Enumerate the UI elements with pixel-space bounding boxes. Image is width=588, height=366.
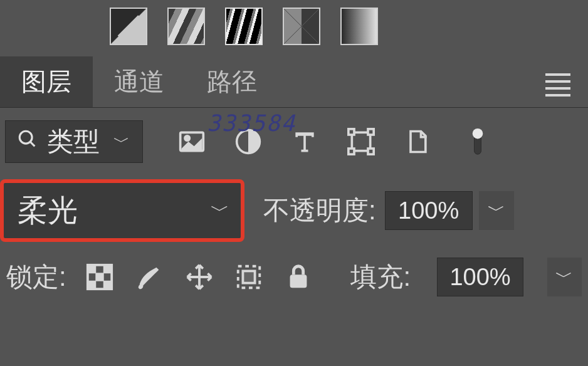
fill-chevron-button[interactable]: ﹀ (547, 258, 582, 296)
svg-line-1 (30, 142, 34, 146)
svg-rect-14 (103, 265, 112, 273)
gradient-preset-noise-icon[interactable] (225, 8, 263, 45)
chevron-down-icon: ﹀ (211, 198, 229, 224)
svg-rect-8 (349, 149, 354, 154)
gradient-preset-denied-icon[interactable] (110, 8, 147, 45)
tab-layers[interactable]: 图层 (0, 56, 93, 107)
gradient-preset-stripes-icon[interactable] (167, 8, 205, 45)
lock-row: 锁定: 填充: 100% (0, 246, 588, 308)
opacity-label: 不透明度: (263, 193, 376, 228)
fill-label: 填充: (350, 259, 411, 295)
svg-rect-15 (96, 273, 104, 281)
lock-label: 锁定: (6, 259, 66, 295)
blend-mode-dropdown[interactable]: 柔光 ﹀ (0, 179, 244, 242)
svg-rect-9 (368, 149, 374, 154)
chevron-down-icon: ﹀ (113, 131, 130, 153)
lock-position-move-icon[interactable] (183, 261, 215, 293)
blend-mode-row: 柔光 ﹀ 不透明度: 100% ﹀ (0, 175, 588, 246)
svg-point-3 (185, 136, 189, 140)
opacity-input[interactable]: 100% (385, 191, 473, 230)
filter-pixel-icon[interactable] (177, 127, 207, 157)
svg-rect-19 (243, 271, 255, 283)
fill-input[interactable]: 100% (437, 258, 523, 296)
filter-smartobject-icon[interactable] (402, 127, 433, 157)
filter-kind-dropdown[interactable]: 类型 ﹀ (5, 120, 143, 163)
filter-type-icons (177, 127, 496, 157)
gradient-toolbar (0, 0, 588, 56)
tab-paths[interactable]: 路径 (186, 56, 278, 107)
svg-point-11 (473, 128, 483, 139)
panel-tabs: 图层 通道 路径 (0, 56, 588, 108)
search-icon (17, 128, 38, 155)
svg-point-0 (19, 131, 32, 144)
gradient-preset-linear-icon[interactable] (340, 8, 378, 45)
panel-menu-icon[interactable] (545, 73, 570, 91)
svg-rect-16 (88, 281, 96, 289)
lock-transparency-icon[interactable] (84, 261, 116, 293)
svg-rect-20 (290, 274, 307, 288)
tab-channels[interactable]: 通道 (93, 56, 186, 107)
filter-adjustment-icon[interactable] (233, 127, 263, 157)
filter-type-text-icon[interactable] (290, 127, 320, 157)
filter-toggle-switch[interactable] (459, 127, 496, 157)
svg-rect-17 (103, 281, 112, 289)
filter-shape-icon[interactable] (346, 127, 376, 157)
svg-rect-6 (349, 129, 354, 135)
opacity-chevron-button[interactable]: ﹀ (479, 191, 514, 230)
lock-image-brush-icon[interactable] (134, 261, 165, 293)
svg-rect-7 (368, 129, 374, 135)
filter-kind-label: 类型 (47, 124, 100, 159)
lock-all-icon[interactable] (282, 261, 314, 293)
lock-artboard-icon[interactable] (233, 261, 265, 293)
gradient-preset-diagonal-icon[interactable] (283, 8, 320, 45)
blend-mode-value: 柔光 (18, 191, 78, 231)
layer-filter-row: 333584 类型 ﹀ (0, 108, 588, 175)
svg-rect-13 (88, 265, 96, 273)
